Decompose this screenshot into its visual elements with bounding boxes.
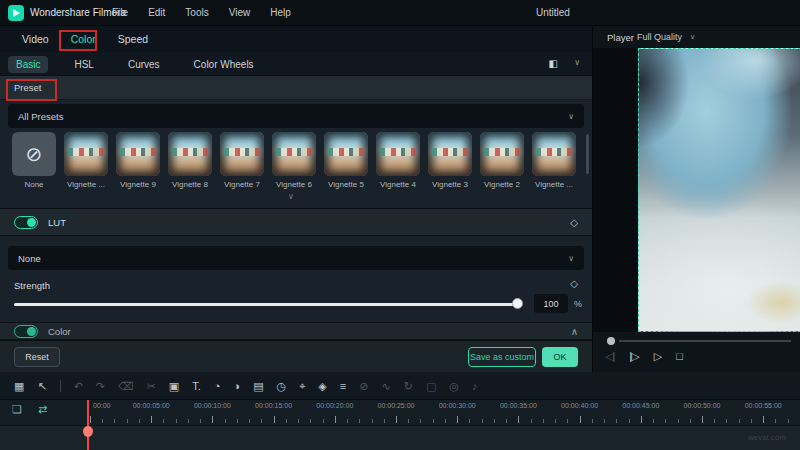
preset-thumbnail-strip: ⊘NoneVignette ...Vignette 9Vignette 8Vig… bbox=[12, 132, 576, 189]
stop-button[interactable]: □ bbox=[676, 350, 682, 363]
preset-thumbnail bbox=[168, 132, 212, 176]
color-subtabs: BasicHSLCurvesColor Wheels bbox=[8, 52, 262, 76]
menu-help[interactable]: Help bbox=[270, 7, 291, 18]
ok-button[interactable]: OK bbox=[542, 347, 578, 367]
preset-none[interactable]: ⊘None bbox=[12, 132, 56, 189]
redo-icon[interactable]: ↷ bbox=[96, 380, 105, 392]
undo-icon[interactable]: ↶ bbox=[74, 380, 83, 392]
ruler-tick bbox=[372, 419, 373, 423]
strength-unit: % bbox=[574, 299, 582, 309]
playback-quality-dropdown[interactable]: Full Quality ∨ bbox=[637, 29, 703, 45]
ruler-tick bbox=[433, 419, 434, 423]
audio-sync-icon[interactable]: ◎ bbox=[449, 380, 459, 392]
menu-tools[interactable]: Tools bbox=[185, 7, 208, 18]
player-panel: Player Full Quality ∨ ◁||▷▷□ bbox=[592, 26, 800, 372]
crop-icon[interactable]: ▣ bbox=[169, 380, 179, 392]
strength-keyframe-icon[interactable]: ◇ bbox=[570, 278, 578, 289]
timeline-ruler[interactable]: ❏⇄ 00:0000:00:05:0000:00:10:0000:00:15:0… bbox=[0, 400, 800, 425]
add-to-track-icon[interactable]: ❏ bbox=[12, 403, 22, 416]
preset-label: Vignette 4 bbox=[376, 180, 420, 189]
audio-note-icon[interactable]: ♪ bbox=[472, 380, 478, 392]
thumbnail-art bbox=[172, 148, 208, 156]
lut-keyframe-icon[interactable]: ◇ bbox=[570, 217, 578, 228]
app-logo-icon[interactable] bbox=[8, 5, 24, 21]
lut-dropdown[interactable]: None ∨ bbox=[8, 246, 584, 270]
media-grid-icon[interactable]: ▦ bbox=[14, 380, 24, 392]
adjustment-icon[interactable]: ≡ bbox=[340, 380, 346, 392]
preset-label: None bbox=[12, 180, 56, 189]
delete-icon[interactable]: ⌫ bbox=[118, 380, 134, 392]
preset-vignette-8[interactable]: Vignette 8 bbox=[168, 132, 212, 189]
timer-icon[interactable]: ◷ bbox=[277, 380, 287, 392]
menu-file[interactable]: File bbox=[112, 7, 128, 18]
collapse-chevron-up-icon[interactable]: ∧ bbox=[571, 326, 578, 337]
color-correction-icon[interactable]: ◑ bbox=[233, 380, 240, 392]
video-preview-frame[interactable] bbox=[638, 48, 800, 332]
filmora-window: Wondershare Filmora FileEditToolsViewHel… bbox=[0, 0, 800, 450]
green-screen-icon[interactable]: ▤ bbox=[253, 380, 263, 392]
preset-vignette-3[interactable]: Vignette 3 bbox=[428, 132, 472, 189]
split-scissors-icon[interactable]: ✂ bbox=[147, 380, 156, 392]
ruler-tick bbox=[616, 419, 617, 423]
lut-toggle[interactable] bbox=[14, 216, 38, 229]
play-button[interactable]: ▷ bbox=[654, 350, 661, 363]
lut-label: LUT bbox=[48, 217, 66, 228]
ruler-tick bbox=[396, 416, 397, 423]
text-tool-icon[interactable]: T. bbox=[192, 380, 201, 392]
menu-edit[interactable]: Edit bbox=[148, 7, 165, 18]
preset-vignette[interactable]: Vignette ... bbox=[532, 132, 576, 189]
ruler-tick bbox=[775, 419, 776, 423]
preset-vignette-6[interactable]: Vignette 6 bbox=[272, 132, 316, 189]
playhead-line[interactable] bbox=[87, 400, 89, 450]
all-presets-dropdown[interactable]: All Presets ∨ bbox=[8, 104, 584, 128]
color-toggle[interactable] bbox=[14, 325, 38, 338]
quality-value: Full Quality bbox=[637, 32, 682, 42]
preset-thumbnail bbox=[428, 132, 472, 176]
mute-icon[interactable]: ⊘ bbox=[359, 380, 368, 392]
preset-vignette-4[interactable]: Vignette 4 bbox=[376, 132, 420, 189]
preset-expander-chevron-icon[interactable]: ∨ bbox=[288, 192, 294, 201]
strength-value-input[interactable]: 100 bbox=[534, 294, 568, 313]
keyframe-icon[interactable]: ◈ bbox=[318, 380, 326, 392]
subtab-color-wheels[interactable]: Color Wheels bbox=[186, 56, 262, 73]
timeline-track-area[interactable] bbox=[0, 425, 800, 450]
render-preview-icon[interactable]: ↻ bbox=[404, 380, 413, 392]
previous-frame-button[interactable]: ◁| bbox=[605, 350, 614, 363]
preset-vignette[interactable]: Vignette ... bbox=[64, 132, 108, 189]
scrub-bar-track[interactable] bbox=[619, 340, 791, 342]
preset-vignette-9[interactable]: Vignette 9 bbox=[116, 132, 160, 189]
ruler-tick bbox=[237, 419, 238, 423]
ruler-timestamp: 00:00:55:00 bbox=[745, 402, 782, 409]
next-frame-button[interactable]: |▷ bbox=[629, 350, 638, 363]
select-tool-icon[interactable]: ↖ bbox=[37, 380, 46, 392]
ruler-tick bbox=[127, 419, 128, 423]
ruler-tick bbox=[420, 419, 421, 423]
subtab-hsl[interactable]: HSL bbox=[66, 56, 101, 73]
thumbnail-art bbox=[68, 148, 104, 156]
subtab-basic[interactable]: Basic bbox=[8, 56, 48, 73]
before-after-compare-icon[interactable]: ◧ bbox=[549, 59, 558, 69]
save-as-custom-button[interactable]: Save as custom bbox=[468, 347, 536, 367]
snapshot-icon[interactable]: ▢ bbox=[426, 380, 436, 392]
strength-slider-knob[interactable] bbox=[512, 298, 523, 309]
chevron-down-icon[interactable]: ∨ bbox=[574, 58, 580, 67]
ruler-tick bbox=[298, 419, 299, 423]
preset-vignette-7[interactable]: Vignette 7 bbox=[220, 132, 264, 189]
preset-vignette-5[interactable]: Vignette 5 bbox=[324, 132, 368, 189]
tab-speed[interactable]: Speed bbox=[118, 33, 148, 45]
ruler-tick bbox=[249, 419, 250, 423]
lut-dropdown-value: None bbox=[18, 253, 41, 264]
menu-view[interactable]: View bbox=[229, 7, 251, 18]
reset-button[interactable]: Reset bbox=[14, 347, 60, 367]
auto-ripple-link-icon[interactable]: ⇄ bbox=[38, 403, 47, 416]
subtab-curves[interactable]: Curves bbox=[120, 56, 168, 73]
speed-icon[interactable]: ◔ bbox=[214, 380, 221, 392]
scrub-bar-knob[interactable] bbox=[607, 337, 615, 345]
audio-graph-icon[interactable]: ∿ bbox=[381, 380, 390, 392]
tab-video[interactable]: Video bbox=[22, 33, 49, 45]
color-subtabs-row: BasicHSLCurvesColor Wheels ◧ ∨ bbox=[0, 52, 592, 76]
preset-vignette-2[interactable]: Vignette 2 bbox=[480, 132, 524, 189]
preset-scrollbar[interactable] bbox=[586, 134, 589, 174]
strength-slider-track[interactable] bbox=[14, 303, 522, 306]
motion-track-icon[interactable]: ⌖ bbox=[299, 380, 305, 392]
